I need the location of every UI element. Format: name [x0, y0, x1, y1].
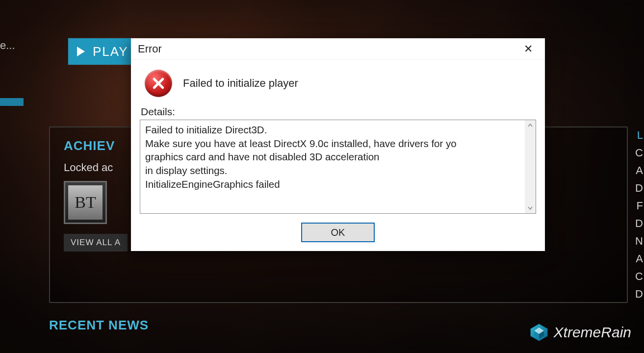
details-line: Failed to initialize Direct3D.	[145, 123, 523, 137]
view-all-button[interactable]: VIEW ALL A	[64, 234, 128, 252]
watermark: XtremeRain	[529, 323, 631, 342]
scrollbar[interactable]	[525, 120, 536, 213]
details-textarea[interactable]: Failed to initialize Direct3D. Make sure…	[140, 120, 536, 214]
achievement-tile[interactable]: BT	[64, 181, 107, 224]
achievement-tile-label: BT	[75, 193, 96, 212]
right-col-row: F	[634, 197, 644, 215]
right-col-row: C	[634, 144, 644, 162]
dialog-body: Failed to initialize player Details: Fai…	[131, 60, 545, 251]
scroll-down-icon[interactable]	[525, 202, 536, 213]
dialog-message: Failed to initialize player	[183, 77, 298, 90]
ok-button[interactable]: OK	[301, 223, 375, 242]
scroll-up-icon[interactable]	[525, 120, 536, 131]
details-line: Make sure you have at least DirectX 9.0c…	[145, 137, 523, 151]
x-mark-icon	[151, 76, 166, 91]
right-col-row: D	[634, 285, 644, 303]
close-icon: ✕	[524, 43, 533, 55]
dialog-message-row: Failed to initialize player	[140, 67, 536, 105]
close-button[interactable]: ✕	[518, 40, 538, 58]
details-label: Details:	[141, 106, 536, 118]
right-col-header: L	[634, 126, 644, 144]
right-col-row: A	[634, 250, 644, 268]
recent-news-header: RECENT NEWS	[49, 318, 149, 333]
dialog-title: Error	[138, 43, 162, 55]
error-icon	[145, 70, 172, 97]
accent-strip	[0, 98, 24, 106]
right-col-row: D	[634, 215, 644, 232]
watermark-logo-icon	[529, 323, 549, 342]
right-col-row: C	[634, 268, 644, 285]
watermark-text: XtremeRain	[554, 324, 631, 341]
details-line: InitializeEngineGraphics failed	[145, 177, 523, 191]
play-icon	[77, 47, 85, 56]
details-line: in display settings.	[145, 164, 523, 177]
left-edge-fragment: e...	[0, 39, 15, 52]
dialog-titlebar[interactable]: Error ✕	[131, 38, 545, 60]
right-col-row: A	[634, 162, 644, 179]
details-line: graphics card and have not disabled 3D a…	[145, 150, 523, 164]
play-button-label: PLAY	[93, 44, 129, 59]
error-dialog: Error ✕ Failed to initialize player Deta…	[131, 38, 545, 251]
dialog-button-row: OK	[140, 214, 536, 242]
right-col-row: D	[634, 179, 644, 197]
right-column-fragment: L C A D F D N A C D	[634, 126, 644, 303]
right-col-row: N	[634, 232, 644, 250]
